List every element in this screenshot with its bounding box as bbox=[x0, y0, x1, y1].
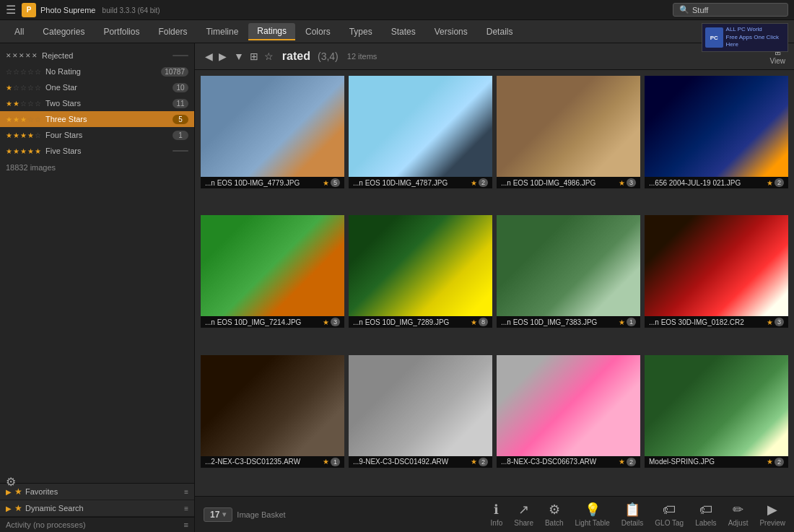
toolbar-btn-details[interactable]: 📋Details bbox=[621, 502, 644, 527]
rating-label-threestars: Three Stars bbox=[45, 115, 173, 123]
thumbnail-filename: ...n EOS 10D_IMG_7214.JPG bbox=[205, 318, 320, 326]
rating-item-rejected[interactable]: ✕ ✕ ✕ ✕ ✕ Rejected bbox=[0, 48, 194, 64]
tab-colors[interactable]: Colors bbox=[297, 24, 339, 40]
tab-categories[interactable]: Categories bbox=[34, 24, 93, 40]
forward-arrow-icon[interactable]: ▶ bbox=[217, 51, 228, 62]
hamburger-icon[interactable]: ☰ bbox=[6, 3, 16, 17]
thumbnail-item[interactable]: ...9-NEX-C3-DSC01492.ARW★2 bbox=[349, 355, 492, 490]
tab-portfolios[interactable]: Portfolios bbox=[95, 24, 148, 40]
toolbar-btn-labels[interactable]: 🏷Labels bbox=[695, 502, 716, 527]
favorites-menu-icon[interactable]: ≡ bbox=[184, 488, 188, 496]
search-box[interactable]: 🔍 bbox=[673, 3, 788, 17]
thumbnail-grid: ...n EOS 10D-IMG_4779.JPG★5...n EOS 10D-… bbox=[195, 70, 794, 496]
tab-types[interactable]: Types bbox=[341, 24, 381, 40]
thumbnail-rating: ★1 bbox=[323, 458, 340, 466]
x-star-3: ✕ bbox=[19, 52, 25, 59]
back-arrow-icon[interactable]: ◀ bbox=[204, 51, 214, 62]
bookmark-icon[interactable]: ☆ bbox=[264, 51, 274, 62]
activity-bar: Activity (no processes) ≡ bbox=[0, 517, 194, 532]
sidebar: ✕ ✕ ✕ ✕ ✕ Rejected ☆ ☆ ☆ ☆ ☆ No Rati bbox=[0, 43, 195, 532]
sidebar-dynamic-search[interactable]: ▶ ★ Dynamic Search ≡ bbox=[0, 500, 194, 517]
activity-menu-icon[interactable]: ≡ bbox=[184, 520, 188, 529]
tab-details[interactable]: Details bbox=[478, 24, 522, 40]
search-icon: 🔍 bbox=[679, 5, 689, 14]
thumbnail-item[interactable]: ...n EOS 10D-IMG_4986.JPG★3 bbox=[497, 76, 640, 211]
thumbnail-label: ...n EOS 10D_IMG_7214.JPG★3 bbox=[201, 316, 344, 328]
thumbnail-rating: ★2 bbox=[767, 458, 784, 466]
batch-label: Batch bbox=[545, 519, 564, 527]
dynamic-menu-icon[interactable]: ≡ bbox=[184, 505, 188, 513]
thumbnail-filename: ...n EOS 30D-IMG_0182.CR2 bbox=[649, 318, 764, 326]
bottom-toolbar: 17 ▾ Image Basket ℹInfo↗Share⚙Batch💡Ligh… bbox=[195, 496, 794, 532]
search-input[interactable] bbox=[692, 6, 779, 14]
thumbnail-filename: ...656 2004-JUL-19 021.JPG bbox=[649, 179, 764, 187]
tab-folders[interactable]: Folders bbox=[149, 24, 196, 40]
toolbar-btn-light-table[interactable]: 💡Light Table bbox=[575, 502, 610, 527]
thumbnail-item[interactable]: ...n EOS 10D_IMG_7214.JPG★3 bbox=[201, 215, 344, 350]
item-count: 12 items bbox=[347, 52, 378, 61]
rating-item-threestars[interactable]: ★ ★ ★ ☆ ☆ Three Stars 5 bbox=[0, 111, 194, 127]
basket-count[interactable]: 17 ▾ bbox=[204, 507, 232, 522]
toolbar-btn-share[interactable]: ↗Share bbox=[514, 502, 533, 527]
thumbnail-image bbox=[497, 215, 640, 316]
rating-stars-threestars: ★ ★ ★ ☆ ☆ bbox=[6, 115, 41, 123]
details-icon: 📋 bbox=[624, 502, 640, 518]
view-label: View bbox=[770, 57, 786, 65]
settings-icon[interactable]: ⚙ bbox=[6, 475, 16, 489]
thumbnail-label: ...n EOS 10D_IMG_7383.JPG★1 bbox=[497, 316, 640, 328]
thumbnail-star-icon: ★ bbox=[767, 458, 773, 466]
x-star-5: ✕ bbox=[32, 52, 38, 59]
toolbar-btn-preview[interactable]: ▶Preview bbox=[759, 502, 785, 527]
labels-icon: 🏷 bbox=[699, 502, 712, 518]
rating-item-fivestars[interactable]: ★ ★ ★ ★ ★ Five Stars bbox=[0, 143, 194, 159]
light table-label: Light Table bbox=[575, 519, 610, 527]
thumbnail-star-icon: ★ bbox=[323, 179, 329, 187]
thumbnail-item[interactable]: ...n EOS 10D-IMG_4787.JPG★2 bbox=[349, 76, 492, 211]
dynamic-arrow-icon: ▶ bbox=[6, 505, 12, 513]
rating-item-fourstars[interactable]: ★ ★ ★ ★ ☆ Four Stars 1 bbox=[0, 127, 194, 143]
toolbar-btn-info[interactable]: ℹInfo bbox=[491, 502, 503, 527]
rating-item-onestar[interactable]: ★ ☆ ☆ ☆ ☆ One Star 10 bbox=[0, 79, 194, 95]
thumbnail-filename: Model-SPRING.JPG bbox=[649, 458, 764, 466]
rating-item-norating[interactable]: ☆ ☆ ☆ ☆ ☆ No Rating 10787 bbox=[0, 64, 194, 79]
stack-icon[interactable]: ⊞ bbox=[250, 51, 258, 62]
thumbnail-item[interactable]: ...2-NEX-C3-DSC01235.ARW★1 bbox=[201, 355, 344, 490]
rating-stars-norating: ☆ ☆ ☆ ☆ ☆ bbox=[6, 68, 41, 76]
toolbar-btn-adjust[interactable]: ✏Adjust bbox=[728, 502, 749, 527]
thumbnail-rating: ★2 bbox=[619, 458, 636, 466]
thumbnail-count: 1 bbox=[627, 318, 636, 326]
rating-count-fourstars: 1 bbox=[173, 131, 188, 140]
thumbnail-item[interactable]: ...656 2004-JUL-19 021.JPG★2 bbox=[645, 76, 788, 211]
tab-ratings[interactable]: Ratings bbox=[248, 23, 295, 40]
nav-tabs: All Categories Portfolios Folders Timeli… bbox=[0, 20, 794, 43]
thumbnail-item[interactable]: ...8-NEX-C3-DSC06673.ARW★2 bbox=[497, 355, 640, 490]
tab-versions[interactable]: Versions bbox=[426, 24, 476, 40]
tab-timeline[interactable]: Timeline bbox=[197, 24, 247, 40]
thumbnail-rating: ★3 bbox=[323, 318, 340, 326]
thumbnail-rating: ★2 bbox=[471, 458, 488, 466]
rating-item-twostars[interactable]: ★ ★ ☆ ☆ ☆ Two Stars 11 bbox=[0, 95, 194, 111]
thumbnail-filename: ...2-NEX-C3-DSC01235.ARW bbox=[205, 458, 320, 466]
labels-label: Labels bbox=[695, 519, 716, 527]
rating-label-onestar: One Star bbox=[45, 83, 173, 92]
sidebar-favorites[interactable]: ▶ ★ Favorites ≡ bbox=[0, 484, 194, 500]
thumbnail-rating: ★5 bbox=[323, 178, 340, 187]
filter-icon[interactable]: ▼ bbox=[234, 51, 244, 62]
thumbnail-item[interactable]: ...n EOS 30D-IMG_0182.CR2★3 bbox=[645, 215, 788, 350]
rating-stars-fivestars: ★ ★ ★ ★ ★ bbox=[6, 147, 41, 155]
app-icon: P bbox=[22, 3, 36, 17]
toolbar-btn-batch[interactable]: ⚙Batch bbox=[545, 502, 564, 527]
thumbnail-filename: ...n EOS 10D-IMG_4787.JPG bbox=[353, 179, 468, 187]
toolbar-btn-glo-tag[interactable]: 🏷GLO Tag bbox=[655, 502, 684, 527]
thumbnail-item[interactable]: ...n EOS 10D_IMG_7383.JPG★1 bbox=[497, 215, 640, 350]
thumbnail-item[interactable]: Model-SPRING.JPG★2 bbox=[645, 355, 788, 490]
thumbnail-item[interactable]: ...n EOS 10D_IMG_7289.JPG★8 bbox=[349, 215, 492, 350]
details-label: Details bbox=[621, 519, 644, 527]
tab-states[interactable]: States bbox=[383, 24, 424, 40]
thumbnail-filename: ...n EOS 10D_IMG_7383.JPG bbox=[501, 318, 616, 326]
thumbnail-label: ...n EOS 10D-IMG_4986.JPG★3 bbox=[497, 177, 640, 188]
x-star-4: ✕ bbox=[25, 52, 31, 59]
thumbnail-rating: ★2 bbox=[767, 178, 784, 187]
thumbnail-item[interactable]: ...n EOS 10D-IMG_4779.JPG★5 bbox=[201, 76, 344, 211]
tab-all[interactable]: All bbox=[6, 24, 32, 40]
